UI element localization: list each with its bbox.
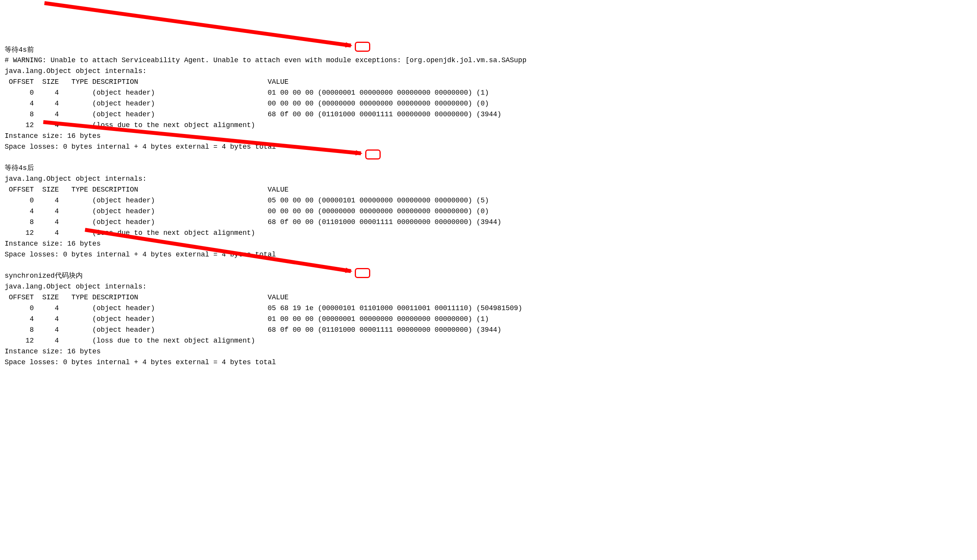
table-row: 4 4 (object header) 00 00 00 00 (0000000… [5,98,972,109]
table-header: OFFSET SIZE TYPE DESCRIPTION VALUE [5,292,972,303]
table-row: 8 4 (object header) 68 0f 00 00 (0110100… [5,109,972,120]
object-title: java.lang.Object object internals: [5,174,972,185]
table-row: 4 4 (object header) 01 00 00 00 (0000000… [5,314,972,325]
table-row: 12 4 (loss due to the next object alignm… [5,228,972,239]
table-row: 0 4 (object header) 05 68 19 1e (0000010… [5,303,972,314]
table-row: 4 4 (object header) 00 00 00 00 (0000000… [5,206,972,217]
table-row: 8 4 (object header) 68 0f 00 00 (0110100… [5,217,972,228]
space-losses: Space losses: 0 bytes internal + 4 bytes… [5,142,972,153]
instance-size: Instance size: 16 bytes [5,239,972,249]
memory-layout-block: synchronized代码块内java.lang.Object object … [5,271,972,368]
memory-layout-block: 等待4s前# WARNING: Unable to attach Service… [5,45,972,153]
table-row: 8 4 (object header) 68 0f 00 00 (0110100… [5,325,972,336]
table-row: 0 4 (object header) 01 00 00 00 (0000000… [5,88,972,98]
table-row: 12 4 (loss due to the next object alignm… [5,120,972,131]
section-label: synchronized代码块内 [5,271,972,282]
section-label: 等待4s后 [5,163,972,174]
arrow-annotation [44,3,351,46]
space-losses: Space losses: 0 bytes internal + 4 bytes… [5,249,972,260]
table-header: OFFSET SIZE TYPE DESCRIPTION VALUE [5,77,972,88]
object-title: java.lang.Object object internals: [5,66,972,77]
object-title: java.lang.Object object internals: [5,282,972,292]
memory-layout-block: 等待4s后java.lang.Object object internals: … [5,163,972,260]
warning-line: # WARNING: Unable to attach Serviceabili… [5,55,972,66]
space-losses: Space losses: 0 bytes internal + 4 bytes… [5,357,972,368]
instance-size: Instance size: 16 bytes [5,131,972,142]
instance-size: Instance size: 16 bytes [5,346,972,357]
table-header: OFFSET SIZE TYPE DESCRIPTION VALUE [5,185,972,195]
table-row: 12 4 (loss due to the next object alignm… [5,336,972,346]
section-label: 等待4s前 [5,45,972,56]
table-row: 0 4 (object header) 05 00 00 00 (0000010… [5,195,972,206]
